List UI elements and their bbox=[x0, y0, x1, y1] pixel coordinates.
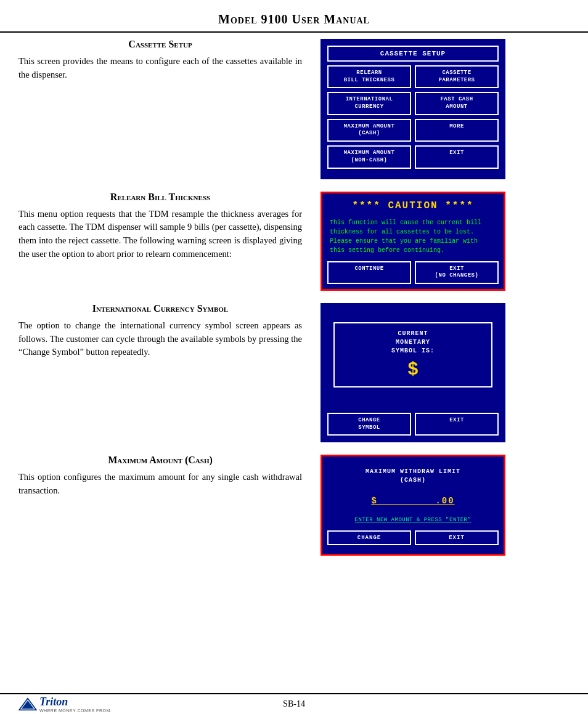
cassette-btn-row-2: INTERNATIONAL CURRENCY FAST CASH AMOUNT bbox=[327, 92, 499, 115]
section-intl-currency: International Currency Symbol The option… bbox=[18, 303, 570, 442]
cassette-btn-row-4: MAXIMUM AMOUNT (NON-CASH) EXIT bbox=[327, 145, 499, 168]
text-relearn: This menu option requests that the TDM r… bbox=[18, 208, 302, 261]
text-col-intl: International Currency Symbol The option… bbox=[18, 303, 314, 359]
atm-btn-cassette-params[interactable]: CASSETTE PARAMETERS bbox=[415, 65, 499, 88]
page-footer: Triton WHERE MONEY COMES FROM. SB-14 bbox=[0, 693, 588, 714]
max-enter-instruction: ENTER NEW AMOUNT & PRESS "ENTER" bbox=[327, 517, 499, 523]
atm-btn-intl-currency[interactable]: INTERNATIONAL CURRENCY bbox=[327, 92, 411, 115]
atm-btn-max-noncash[interactable]: MAXIMUM AMOUNT (NON-CASH) bbox=[327, 145, 411, 168]
text-intl-currency: The option to change the international c… bbox=[18, 319, 302, 359]
text-col-relearn: Relearn Bill Thickness This menu option … bbox=[18, 192, 314, 261]
heading-cassette-setup: Cassette Setup bbox=[18, 39, 302, 50]
page-title: Model 9100 User Manual bbox=[0, 12, 588, 26]
cassette-btn-row-3: MAXIMUM AMOUNT (CASH) MORE bbox=[327, 119, 499, 142]
atm-title-cassette: CASSETTE SETUP bbox=[327, 46, 499, 62]
screen-max-amount: MAXIMUM WITHDRAW LIMIT (CASH) $ ________… bbox=[321, 455, 505, 556]
max-btn-change[interactable]: CHANGE bbox=[327, 530, 411, 545]
caution-text: This function will cause the current bil… bbox=[327, 218, 499, 255]
currency-symbol: $ bbox=[341, 359, 485, 380]
max-title: MAXIMUM WITHDRAW LIMIT (CASH) bbox=[327, 468, 499, 485]
currency-inner-box: CURRENT MONETARY SYMBOL IS: $ bbox=[333, 322, 492, 387]
text-cassette-setup: This screen provides the means to config… bbox=[18, 55, 302, 82]
triton-tagline: WHERE MONEY COMES FROM. bbox=[39, 708, 112, 713]
heading-max-amount: Maximum Amount (Cash) bbox=[18, 455, 302, 466]
text-col-cassette: Cassette Setup This screen provides the … bbox=[18, 39, 314, 82]
max-btn-exit[interactable]: EXIT bbox=[415, 530, 499, 545]
section-max-amount: Maximum Amount (Cash) This option config… bbox=[18, 455, 570, 556]
atm-btn-max-cash[interactable]: MAXIMUM AMOUNT (CASH) bbox=[327, 119, 411, 142]
main-content: Cassette Setup This screen provides the … bbox=[0, 33, 588, 568]
text-max-amount: This option configures the maximum amoun… bbox=[18, 471, 302, 498]
caution-btn-exit[interactable]: EXIT (NO CHANGES) bbox=[415, 261, 499, 284]
atm-screen-currency: CURRENT MONETARY SYMBOL IS: $ CHANGE SYM… bbox=[321, 303, 505, 442]
footer-page-number: SB-14 bbox=[283, 699, 305, 709]
atm-screen-cassette: CASSETTE SETUP RELEARN BILL THICKNESS CA… bbox=[321, 39, 505, 179]
caution-title: **** CAUTION **** bbox=[327, 198, 499, 213]
footer-logo: Triton WHERE MONEY COMES FROM. bbox=[18, 695, 112, 713]
page-container: Model 9100 User Manual Cassette Setup Th… bbox=[0, 0, 588, 714]
cassette-btn-row-1: RELEARN BILL THICKNESS CASSETTE PARAMETE… bbox=[327, 65, 499, 88]
caution-btn-row: CONTINUE EXIT (NO CHANGES) bbox=[327, 261, 499, 284]
atm-btn-fast-cash[interactable]: FAST CASH AMOUNT bbox=[415, 92, 499, 115]
max-amount-display: $ ________.00 bbox=[327, 496, 499, 506]
heading-relearn: Relearn Bill Thickness bbox=[18, 192, 302, 203]
atm-btn-exit-cassette[interactable]: EXIT bbox=[415, 145, 499, 168]
screen-cassette-setup: CASSETTE SETUP RELEARN BILL THICKNESS CA… bbox=[321, 39, 505, 179]
page-header: Model 9100 User Manual bbox=[0, 0, 588, 33]
text-col-max: Maximum Amount (Cash) This option config… bbox=[18, 455, 314, 498]
atm-screen-max: MAXIMUM WITHDRAW LIMIT (CASH) $ ________… bbox=[321, 455, 505, 556]
triton-logo: Triton WHERE MONEY COMES FROM. bbox=[18, 695, 112, 713]
max-btn-row: CHANGE EXIT bbox=[327, 530, 499, 545]
currency-btn-exit[interactable]: EXIT bbox=[415, 413, 499, 436]
section-cassette-setup: Cassette Setup This screen provides the … bbox=[18, 39, 570, 179]
caution-btn-continue[interactable]: CONTINUE bbox=[327, 261, 411, 284]
heading-intl-currency: International Currency Symbol bbox=[18, 303, 302, 314]
triton-icon bbox=[18, 695, 37, 713]
screen-intl-currency: CURRENT MONETARY SYMBOL IS: $ CHANGE SYM… bbox=[321, 303, 505, 442]
currency-btn-row: CHANGE SYMBOL EXIT bbox=[327, 413, 499, 436]
triton-wordmark: Triton bbox=[39, 696, 112, 708]
atm-screen-caution: **** CAUTION **** This function will cau… bbox=[321, 192, 505, 291]
currency-label: CURRENT MONETARY SYMBOL IS: bbox=[341, 330, 485, 355]
screen-relearn: **** CAUTION **** This function will cau… bbox=[321, 192, 505, 291]
section-relearn: Relearn Bill Thickness This menu option … bbox=[18, 192, 570, 291]
atm-btn-more[interactable]: MORE bbox=[415, 119, 499, 142]
atm-btn-relearn[interactable]: RELEARN BILL THICKNESS bbox=[327, 65, 411, 88]
currency-btn-change[interactable]: CHANGE SYMBOL bbox=[327, 413, 411, 436]
